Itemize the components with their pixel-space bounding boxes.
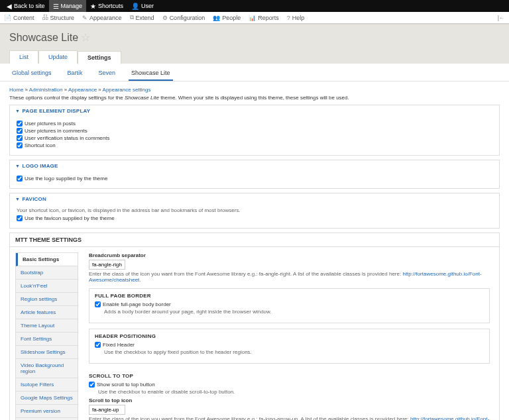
panel-logo-image: ▼ LOGO IMAGE Use the logo supplied by th…: [9, 160, 500, 189]
scroll-to-top-desc: Use the checkbox to enable or disable sc…: [98, 389, 490, 395]
bc-home[interactable]: Home: [9, 87, 23, 93]
panel-title[interactable]: ▼ PAGE ELEMENT DISPLAY: [10, 105, 499, 117]
admin-menu: 📄Content 品Structure ✎Appearance ⧉Extend …: [0, 12, 509, 24]
help-text: These options control the display settin…: [9, 95, 500, 101]
menu-icon: ☰: [53, 3, 59, 10]
panel-title[interactable]: ▼ LOGO IMAGE: [10, 160, 499, 172]
structure-link[interactable]: 品Structure: [38, 12, 79, 24]
subtab-showcase[interactable]: Showcase Lite: [129, 68, 173, 81]
help-icon: ?: [287, 15, 290, 21]
panel-page-element-display: ▼ PAGE ELEMENT DISPLAY User pictures in …: [9, 105, 500, 156]
fixed-header-desc: Use the checkbox to apply fixed position…: [104, 349, 484, 355]
section-header-positioning: HEADER POSITIONING Fixed Header Use the …: [89, 329, 490, 364]
configuration-link[interactable]: ⚙Configuration: [158, 12, 209, 24]
extend-icon: ⧉: [130, 14, 134, 21]
scroll-icon-label: Scroll to top icon: [89, 397, 490, 403]
extend-link[interactable]: ⧉Extend: [126, 12, 158, 24]
people-icon: 👥: [213, 15, 220, 21]
vtab-premium[interactable]: Premium version: [16, 405, 78, 418]
user-link[interactable]: 👤User: [127, 0, 158, 12]
edit-toggle[interactable]: |←: [498, 15, 505, 21]
vtab-bootstrap[interactable]: Bootstrap: [16, 266, 78, 280]
back-icon: ◀: [7, 3, 12, 10]
vtab-region-settings[interactable]: Region settings: [16, 293, 78, 306]
vtab-slideshow-settings[interactable]: Slideshow Settings: [16, 346, 78, 359]
caret-down-icon: ▼: [15, 164, 20, 168]
star-icon: ★: [90, 3, 96, 10]
vertical-tabs: Basic Settings Bootstrap Look'n'Feel Reg…: [15, 252, 78, 420]
vtab-font-settings[interactable]: Font Settings: [16, 333, 78, 346]
panel-title[interactable]: ▼ FAVICON: [10, 193, 499, 205]
top-toolbar: ◀Back to site ☰Manage ★Shortcuts 👤User: [0, 0, 509, 12]
primary-tabs: List Update Settings: [9, 50, 500, 64]
user-icon: 👤: [131, 3, 139, 10]
page-title: Showcase Lite ☆: [9, 31, 500, 44]
content-link[interactable]: 📄Content: [0, 12, 38, 24]
manage-link[interactable]: ☰Manage: [49, 0, 87, 12]
mtt-title: MTT THEME SETTINGS: [10, 233, 499, 247]
reports-icon: 📊: [249, 15, 256, 21]
caret-down-icon: ▼: [15, 197, 20, 201]
help-link[interactable]: ?Help: [283, 12, 309, 24]
chk-shortcut-icon[interactable]: Shortcut icon: [17, 142, 492, 148]
breadcrumb-sep-input[interactable]: [89, 260, 125, 270]
chk-use-favicon[interactable]: Use the favicon supplied by the theme: [17, 215, 492, 221]
subtab-global[interactable]: Global settings: [9, 68, 54, 81]
vtab-looknfeel[interactable]: Look'n'Feel: [16, 280, 78, 293]
appearance-icon: ✎: [82, 15, 87, 21]
tab-settings[interactable]: Settings: [78, 51, 121, 64]
gear-icon: ⚙: [162, 15, 168, 21]
reports-link[interactable]: 📊Reports: [245, 12, 283, 24]
appearance-link[interactable]: ✎Appearance: [78, 12, 126, 24]
settings-pane: Breadcrumb separator Enter the class of …: [85, 252, 494, 420]
mtt-theme-settings: MTT THEME SETTINGS Basic Settings Bootst…: [9, 233, 500, 420]
vtab-google-maps[interactable]: Google Maps Settings: [16, 392, 78, 405]
back-to-site-link[interactable]: ◀Back to site: [3, 0, 49, 12]
breadcrumb: Home » Administration » Appearance » App…: [9, 87, 500, 93]
secondary-tabs: Global settings Bartik Seven Showcase Li…: [0, 64, 509, 81]
chk-full-page-border[interactable]: Enable full-page body border: [95, 301, 484, 307]
vtab-article-features[interactable]: Article features: [16, 306, 78, 319]
subtab-seven[interactable]: Seven: [96, 68, 119, 81]
breadcrumb-sep-label: Breadcrumb separator: [89, 252, 490, 258]
tab-list[interactable]: List: [9, 50, 38, 64]
vtab-video-background[interactable]: Video Background region: [16, 359, 78, 378]
content-icon: 📄: [4, 15, 11, 21]
section-title: SCROLL TO TOP: [89, 373, 490, 379]
bc-admin[interactable]: Administration: [29, 87, 63, 93]
favorite-star-icon[interactable]: ☆: [81, 31, 90, 44]
page-header: Showcase Lite ☆ List Update Settings: [0, 24, 509, 64]
section-title: FULL PAGE BORDER: [95, 293, 484, 299]
tab-update[interactable]: Update: [38, 50, 78, 64]
structure-icon: 品: [42, 13, 48, 22]
chk-user-pictures-posts[interactable]: User pictures in posts: [17, 121, 492, 127]
scroll-icon-hint: Enter the class of the icon you want fro…: [89, 416, 490, 420]
chk-use-logo[interactable]: Use the logo supplied by the theme: [17, 176, 492, 182]
chk-user-pictures-comments[interactable]: User pictures in comments: [17, 128, 492, 134]
chk-fixed-header[interactable]: Fixed Header: [95, 342, 484, 348]
caret-down-icon: ▼: [15, 109, 20, 113]
subtab-bartik[interactable]: Bartik: [65, 68, 85, 81]
full-page-border-desc: Adds a body border around your page, rig…: [104, 309, 484, 315]
section-scroll-to-top: SCROLL TO TOP Show scroll to top button …: [89, 369, 490, 420]
vtab-isotope-filters[interactable]: Isotope Filters: [16, 378, 78, 392]
vtab-basic-settings[interactable]: Basic Settings: [16, 253, 78, 266]
main-content: Home » Administration » Appearance » App…: [0, 81, 509, 420]
shortcuts-link[interactable]: ★Shortcuts: [86, 0, 127, 12]
breadcrumb-sep-hint: Enter the class of the icon you want fro…: [89, 271, 490, 283]
people-link[interactable]: 👥People: [209, 12, 245, 24]
panel-favicon: ▼ FAVICON Your shortcut icon, or favicon…: [9, 193, 500, 229]
bc-appset[interactable]: Appearance settings: [103, 87, 151, 93]
scroll-icon-input[interactable]: [89, 405, 125, 415]
chk-scroll-to-top[interactable]: Show scroll to top button: [89, 382, 490, 388]
vtab-theme-layout[interactable]: Theme Layout: [16, 319, 78, 333]
favicon-desc: Your shortcut icon, or favicon, is displ…: [17, 207, 492, 213]
chk-user-verification[interactable]: User verification status in comments: [17, 135, 492, 141]
section-full-page-border: FULL PAGE BORDER Enable full-page body b…: [89, 288, 490, 323]
section-title: HEADER POSITIONING: [95, 333, 484, 339]
bc-appearance[interactable]: Appearance: [68, 87, 97, 93]
